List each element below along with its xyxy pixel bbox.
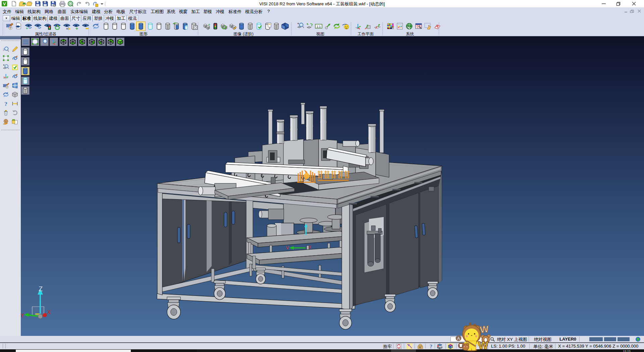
svg-text:W: W	[479, 324, 489, 335]
svg-text:A: A	[457, 336, 460, 341]
svg-text:+: +	[75, 26, 78, 30]
svg-text:V: V	[3, 1, 6, 6]
svg-text:Z: Z	[39, 285, 43, 293]
svg-text:?: ?	[430, 344, 432, 349]
svg-text:X: X	[47, 309, 51, 315]
svg-text:+: +	[26, 26, 28, 30]
svg-text:W: W	[478, 340, 488, 351]
svg-text:+: +	[208, 23, 210, 27]
svg-text:Y: Y	[20, 313, 24, 318]
svg-text:-: -	[35, 26, 37, 30]
